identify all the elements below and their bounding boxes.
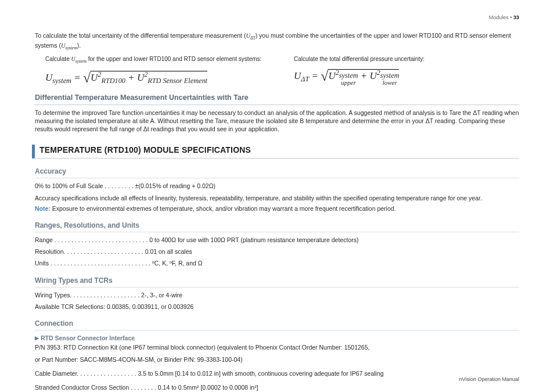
triangle-icon: ▶: [35, 335, 39, 341]
intro-paragraph: To calculate the total uncertainty of th…: [35, 31, 519, 52]
conn-line-2: Cable Diameter. . . . . . . . . . . . . …: [35, 369, 519, 377]
note-text: Exposure to environmental extremes of te…: [51, 205, 396, 212]
formula-col-dt: Calculate the total differential pressur…: [294, 55, 519, 86]
heading-module-spec: TEMPERATURE (RTD100) MODULE SPECIFICATIO…: [32, 145, 519, 159]
formula-row: Calculate Usystem for the upper and lowe…: [35, 55, 519, 86]
conn-line-1b: or Part Number: SACC-M8MS-4CON-M-SM, or …: [35, 355, 519, 364]
heading-ranges: Ranges, Resolutions, and Units: [35, 221, 519, 232]
header-page-number: 33: [513, 15, 519, 20]
ranges-line-3: Units . . . . . . . . . . . . . . . . . …: [35, 259, 519, 267]
intro-text-c: ).: [77, 42, 81, 49]
page-header: Modules • 33: [35, 14, 519, 21]
formula-label-dt: Calculate the total differential pressur…: [294, 55, 519, 63]
heading-accuracy: Accuracy: [35, 167, 519, 178]
connection-subheading-text: RTD Sensor Connector Interface: [41, 335, 135, 341]
wiring-line-2: Available TCR Selections: 0.00385, 0.003…: [35, 303, 519, 311]
page-footer: nVision Operation Manual: [459, 376, 519, 383]
heading-tare: Differential Temperature Measurement Unc…: [35, 93, 519, 105]
conn-line-1a: P/N 3953: RTD Connection Kit (one IP67 t…: [35, 343, 519, 351]
intro-text-a: To calculate the total uncertainty of th…: [35, 32, 246, 39]
wiring-line-1: Wiring Types. . . . . . . . . . . . . . …: [35, 291, 519, 299]
accuracy-note: Note: Exposure to environmental extremes…: [35, 204, 519, 213]
ranges-line-1: Range . . . . . . . . . . . . . . . . . …: [35, 236, 519, 244]
var-u-dt: UΔT: [246, 33, 255, 39]
heading-wiring: Wiring Types and TCRs: [35, 276, 519, 287]
accuracy-body: Accuracy specifications include all effe…: [35, 194, 519, 202]
formula-label-system: Calculate Usystem for the upper and lowe…: [45, 55, 271, 65]
conn-line-3: Stranded Conductor Cross Section . . . .…: [35, 383, 519, 391]
var-u-system: Usystem: [61, 42, 77, 49]
heading-connection: Connection: [35, 319, 519, 330]
formula-system: Usystem = √U2RTD100 + U2RTD Sensor Eleme…: [45, 69, 271, 85]
accuracy-line: 0% to 100% of Full Scale . . . . . . . .…: [35, 182, 519, 190]
formula-dt: UΔT = √U2systemupper + U2systemlower: [294, 67, 519, 86]
tare-body: To determine the improved Tare function …: [35, 109, 519, 134]
connection-subheading: ▶ RTD Sensor Connector Interface: [35, 334, 519, 342]
ranges-line-2: Resolution. . . . . . . . . . . . . . . …: [35, 247, 519, 256]
formula-col-system: Calculate Usystem for the upper and lowe…: [45, 55, 271, 86]
note-label: Note:: [35, 205, 51, 212]
header-section: Modules: [489, 15, 509, 20]
